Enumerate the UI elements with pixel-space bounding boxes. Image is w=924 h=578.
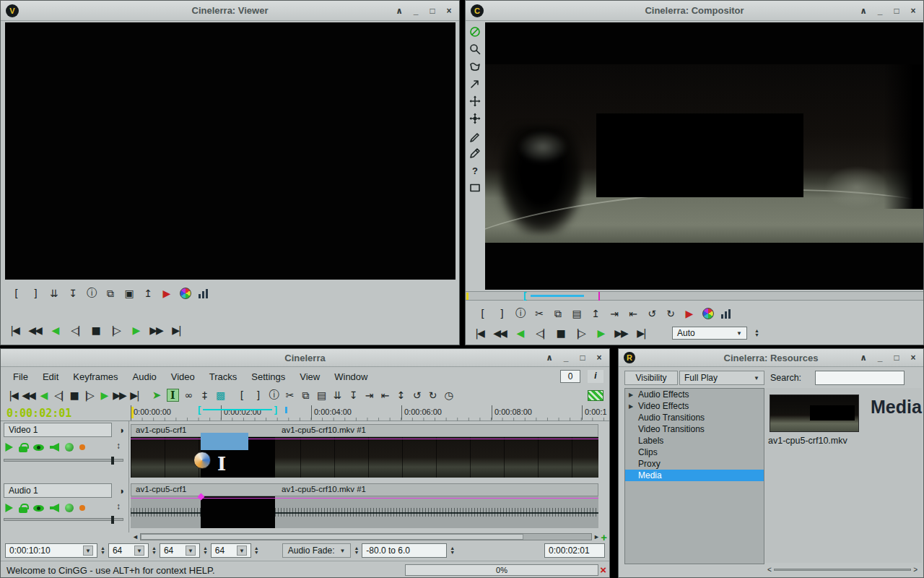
timeline-ruler[interactable]: 0:00:00:000:00:02:000:00:04:000:00:06:00… [131,405,609,421]
fit-selection-icon[interactable]: ⇥ [609,308,620,319]
arm-toggle[interactable] [19,447,27,452]
close-button[interactable]: × [444,6,454,16]
rewind-button[interactable]: |◀ [473,326,486,340]
frame-reverse-button[interactable]: ◁| [52,388,65,402]
protect-icon[interactable] [466,23,484,40]
drag-drop-mode-icon[interactable]: ➤ [151,389,162,402]
play-button[interactable]: ▶ [129,323,142,337]
fast-forward-button[interactable]: ▶▶ [149,323,162,337]
magnify-icon[interactable] [466,40,484,58]
viewer-titlebar[interactable]: V Cinelerra: Viewer ∧_□× [1,1,459,21]
hscroll-thumb[interactable] [141,534,524,540]
folder-audio-effects[interactable]: ▶ Audio Effects [625,389,764,400]
video-fader[interactable] [4,459,123,462]
preview-play-icon[interactable]: ▶ [684,308,695,319]
fit-selection-icon[interactable]: ⇥ [364,389,375,401]
mixer-pinwheel-icon[interactable] [180,288,191,299]
out-point-icon[interactable]: ] [30,288,41,299]
automation-range-tumbler[interactable]: ▲▼ [450,546,455,555]
clip-info-icon[interactable]: ⓘ [269,389,280,402]
scroll-left-icon[interactable]: ◄ [132,533,139,540]
shade-button[interactable]: ∧ [394,6,404,16]
expand-triangle-icon[interactable]: ▶ [629,403,635,410]
paste-icon[interactable]: ▤ [571,308,583,319]
maximize-button[interactable]: □ [578,353,588,363]
redo-icon[interactable]: ↻ [427,389,439,401]
in-point-icon[interactable]: [ [477,308,489,319]
scroll-left-icon[interactable]: < [767,566,772,574]
visibility-mode-dropdown[interactable]: Full Play ▼ [679,371,764,385]
out-point-icon[interactable]: ] [496,308,507,319]
fast-forward-button[interactable]: ▶▶ [113,388,126,402]
frame-reverse-button[interactable]: ◁| [533,326,546,340]
reverse-play-button[interactable]: ◀ [48,323,61,337]
snap-icon[interactable]: ‡ [199,389,211,401]
gang-toggle[interactable] [65,504,74,512]
resources-hscrollbar[interactable]: < > [767,566,918,574]
expand-triangle-icon[interactable]: ▶ [629,392,635,398]
auto-zoom-dropdown[interactable]: Auto ▼ [672,327,747,340]
menu-item[interactable]: Audio [126,369,163,384]
mute-toggle[interactable] [50,443,59,452]
span-keyframes-icon[interactable]: ▩ [215,389,227,401]
arm-toggle[interactable] [19,507,27,513]
search-input[interactable] [815,371,905,385]
master-toggle[interactable] [79,505,85,511]
transition-icon[interactable] [193,452,211,469]
menu-item[interactable]: Settings [245,369,292,384]
amplitude-zoom-tumbler[interactable]: ▲▼ [203,546,208,555]
reverse-play-button[interactable]: ◀ [37,388,50,402]
media-browser[interactable]: av1-cpu5-crf10.mkv Media [765,388,922,563]
camera-icon[interactable] [466,92,484,110]
menu-item[interactable]: Video [165,369,201,384]
fast-forward-button[interactable]: ▶▶ [614,326,627,340]
mask-icon[interactable] [466,58,484,75]
menu-item[interactable]: View [293,369,326,384]
auto-zoom-tumbler[interactable]: ▲▼ [754,329,759,337]
redo-icon[interactable]: ↻ [665,308,676,319]
copy-icon[interactable]: ⧉ [552,308,564,320]
track-height-icon[interactable]: ↕ [116,501,121,512]
menu-item[interactable]: File [6,369,35,384]
cut-icon[interactable]: ✂ [284,389,296,401]
in-point-icon[interactable]: [ [11,288,22,299]
iconify-button[interactable]: _ [875,6,885,16]
rewind-button[interactable]: |◀ [6,388,19,402]
scroll-right-icon[interactable]: > [913,566,918,574]
preview-play-icon[interactable]: ▶ [161,288,173,299]
overwrite-icon[interactable]: ↧ [348,389,359,401]
fit-autos-icon[interactable]: ⇤ [627,308,639,319]
stats-icon[interactable] [721,309,731,319]
maximize-button[interactable]: □ [892,6,902,16]
maximize-button[interactable]: □ [892,353,902,363]
audio-track-title[interactable]: Audio 1 [4,483,112,498]
track-height-dropdown[interactable]: 64 ▼ [211,543,251,558]
master-toggle[interactable] [79,444,85,450]
copy-icon[interactable]: ⧉ [300,389,312,402]
iconify-button[interactable]: _ [875,353,885,363]
frame-reverse-button[interactable]: ◁| [69,323,82,337]
eyedropper-icon[interactable] [466,144,484,162]
overwrite-icon[interactable]: ↧ [67,288,79,299]
paste-icon[interactable]: ▤ [316,389,328,401]
in-out-selection[interactable]: [] [198,405,277,414]
keyframe-gen-icon[interactable]: ∞ [183,389,195,401]
folder-labels[interactable]: Labels [625,435,764,447]
maximize-button[interactable]: □ [427,6,437,16]
folder-audio-transitions[interactable]: Audio Transitions [625,412,764,423]
shade-button[interactable]: ∧ [544,353,554,363]
track-expand-icon[interactable]: ◑ [115,483,128,498]
play-button[interactable]: ▶ [97,388,110,402]
sample-zoom-dropdown[interactable]: 64 ▼ [108,543,149,558]
jump-end-button[interactable]: ▶| [635,326,648,340]
track-canvas[interactable]: av1-cpu5-crf1 av1-cpu5-crf10.mkv #1 I av… [131,421,609,532]
scroll-right-icon[interactable]: ► [593,533,600,540]
folder-proxy[interactable]: Proxy [625,458,764,470]
cancel-operation-icon[interactable]: × [600,564,606,576]
copy-icon[interactable]: ⧉ [105,288,116,300]
menu-item[interactable]: Edit [36,369,65,384]
play-toggle[interactable] [4,504,13,512]
automation-tumbler[interactable]: ▲▼ [354,546,359,555]
folder-clips[interactable]: Clips [625,447,764,458]
clip-info-icon[interactable]: ⓘ [515,307,526,320]
